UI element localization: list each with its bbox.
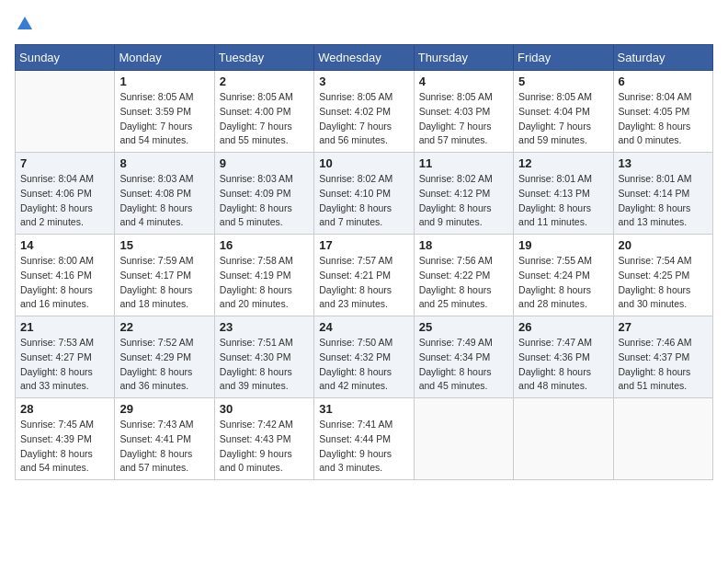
day-number: 8 <box>119 156 209 170</box>
header-wednesday: Wednesday <box>314 45 414 71</box>
calendar-week-5: 28Sunrise: 7:45 AM Sunset: 4:39 PM Dayli… <box>16 398 713 480</box>
calendar-cell: 21Sunrise: 7:53 AM Sunset: 4:27 PM Dayli… <box>16 316 115 398</box>
day-number: 20 <box>619 238 708 252</box>
calendar-table: SundayMondayTuesdayWednesdayThursdayFrid… <box>15 44 713 480</box>
day-info: Sunrise: 7:58 AM Sunset: 4:19 PM Dayligh… <box>220 254 309 312</box>
calendar-week-4: 21Sunrise: 7:53 AM Sunset: 4:27 PM Dayli… <box>16 316 713 398</box>
calendar-cell: 24Sunrise: 7:50 AM Sunset: 4:32 PM Dayli… <box>314 316 414 398</box>
day-info: Sunrise: 7:49 AM Sunset: 4:34 PM Dayligh… <box>419 336 508 394</box>
calendar-cell: 13Sunrise: 8:01 AM Sunset: 4:14 PM Dayli… <box>613 153 712 235</box>
calendar-cell <box>613 398 712 480</box>
calendar-cell: 16Sunrise: 7:58 AM Sunset: 4:19 PM Dayli… <box>214 235 313 316</box>
calendar-cell: 7Sunrise: 8:04 AM Sunset: 4:06 PM Daylig… <box>16 153 115 235</box>
day-number: 9 <box>220 156 309 170</box>
day-info: Sunrise: 7:46 AM Sunset: 4:37 PM Dayligh… <box>619 336 708 394</box>
day-number: 6 <box>619 75 708 88</box>
calendar-cell: 19Sunrise: 7:55 AM Sunset: 4:24 PM Dayli… <box>514 235 613 316</box>
day-number: 14 <box>20 238 109 252</box>
day-number: 24 <box>319 320 408 334</box>
calendar-cell <box>16 71 115 153</box>
day-number: 23 <box>220 320 309 334</box>
calendar-week-3: 14Sunrise: 8:00 AM Sunset: 4:16 PM Dayli… <box>16 235 713 316</box>
day-info: Sunrise: 8:05 AM Sunset: 3:59 PM Dayligh… <box>119 90 209 148</box>
day-number: 17 <box>319 238 408 252</box>
calendar-cell: 27Sunrise: 7:46 AM Sunset: 4:37 PM Dayli… <box>613 316 712 398</box>
day-info: Sunrise: 8:01 AM Sunset: 4:14 PM Dayligh… <box>619 172 708 230</box>
header-friday: Friday <box>514 45 613 71</box>
day-info: Sunrise: 8:05 AM Sunset: 4:00 PM Dayligh… <box>220 90 309 148</box>
day-info: Sunrise: 7:52 AM Sunset: 4:29 PM Dayligh… <box>119 336 209 394</box>
day-info: Sunrise: 7:59 AM Sunset: 4:17 PM Dayligh… <box>119 254 209 312</box>
calendar-header: SundayMondayTuesdayWednesdayThursdayFrid… <box>16 45 713 71</box>
day-info: Sunrise: 8:04 AM Sunset: 4:06 PM Dayligh… <box>20 172 109 230</box>
day-number: 4 <box>419 75 508 88</box>
day-number: 13 <box>619 156 708 170</box>
day-info: Sunrise: 8:02 AM Sunset: 4:12 PM Dayligh… <box>419 172 508 230</box>
svg-marker-0 <box>17 17 32 29</box>
day-info: Sunrise: 7:57 AM Sunset: 4:21 PM Dayligh… <box>319 254 408 312</box>
day-info: Sunrise: 7:45 AM Sunset: 4:39 PM Dayligh… <box>20 418 109 476</box>
day-info: Sunrise: 7:51 AM Sunset: 4:30 PM Dayligh… <box>220 336 309 394</box>
calendar-cell: 9Sunrise: 8:03 AM Sunset: 4:09 PM Daylig… <box>214 153 313 235</box>
day-number: 1 <box>119 75 209 88</box>
header-sunday: Sunday <box>16 45 115 71</box>
calendar-cell: 3Sunrise: 8:05 AM Sunset: 4:02 PM Daylig… <box>314 71 414 153</box>
calendar-cell: 20Sunrise: 7:54 AM Sunset: 4:25 PM Dayli… <box>613 235 712 316</box>
calendar-cell: 22Sunrise: 7:52 AM Sunset: 4:29 PM Dayli… <box>115 316 214 398</box>
calendar-cell: 14Sunrise: 8:00 AM Sunset: 4:16 PM Dayli… <box>16 235 115 316</box>
day-info: Sunrise: 8:05 AM Sunset: 4:02 PM Dayligh… <box>319 90 408 148</box>
day-info: Sunrise: 7:55 AM Sunset: 4:24 PM Dayligh… <box>518 254 608 312</box>
day-info: Sunrise: 8:00 AM Sunset: 4:16 PM Dayligh… <box>20 254 109 312</box>
day-info: Sunrise: 8:03 AM Sunset: 4:08 PM Dayligh… <box>119 172 209 230</box>
day-number: 11 <box>419 156 508 170</box>
calendar-cell: 11Sunrise: 8:02 AM Sunset: 4:12 PM Dayli… <box>414 153 513 235</box>
day-info: Sunrise: 7:56 AM Sunset: 4:22 PM Dayligh… <box>419 254 508 312</box>
calendar-cell: 6Sunrise: 8:04 AM Sunset: 4:05 PM Daylig… <box>613 71 712 153</box>
calendar-cell <box>514 398 613 480</box>
day-number: 26 <box>518 320 608 334</box>
day-number: 31 <box>319 402 408 416</box>
day-info: Sunrise: 8:05 AM Sunset: 4:04 PM Dayligh… <box>518 90 608 148</box>
day-info: Sunrise: 7:42 AM Sunset: 4:43 PM Dayligh… <box>220 418 309 476</box>
day-info: Sunrise: 7:50 AM Sunset: 4:32 PM Dayligh… <box>319 336 408 394</box>
day-info: Sunrise: 7:53 AM Sunset: 4:27 PM Dayligh… <box>20 336 109 394</box>
calendar-cell: 15Sunrise: 7:59 AM Sunset: 4:17 PM Dayli… <box>115 235 214 316</box>
day-info: Sunrise: 7:41 AM Sunset: 4:44 PM Dayligh… <box>319 418 408 476</box>
day-number: 25 <box>419 320 508 334</box>
day-number: 7 <box>20 156 109 170</box>
day-number: 16 <box>220 238 309 252</box>
day-number: 2 <box>220 75 309 88</box>
day-number: 27 <box>619 320 708 334</box>
calendar-week-2: 7Sunrise: 8:04 AM Sunset: 4:06 PM Daylig… <box>16 153 713 235</box>
page-header <box>15 15 713 33</box>
day-number: 22 <box>119 320 209 334</box>
day-number: 28 <box>20 402 109 416</box>
day-info: Sunrise: 7:43 AM Sunset: 4:41 PM Dayligh… <box>119 418 209 476</box>
calendar-cell: 18Sunrise: 7:56 AM Sunset: 4:22 PM Dayli… <box>414 235 513 316</box>
calendar-cell: 31Sunrise: 7:41 AM Sunset: 4:44 PM Dayli… <box>314 398 414 480</box>
calendar-cell: 17Sunrise: 7:57 AM Sunset: 4:21 PM Dayli… <box>314 235 414 316</box>
logo-icon <box>16 15 34 33</box>
calendar-cell: 1Sunrise: 8:05 AM Sunset: 3:59 PM Daylig… <box>115 71 214 153</box>
day-number: 3 <box>319 75 408 88</box>
day-number: 12 <box>518 156 608 170</box>
day-info: Sunrise: 8:01 AM Sunset: 4:13 PM Dayligh… <box>518 172 608 230</box>
calendar-cell: 10Sunrise: 8:02 AM Sunset: 4:10 PM Dayli… <box>314 153 414 235</box>
day-number: 19 <box>518 238 608 252</box>
logo <box>15 15 35 33</box>
day-number: 30 <box>220 402 309 416</box>
day-info: Sunrise: 7:47 AM Sunset: 4:36 PM Dayligh… <box>518 336 608 394</box>
day-number: 5 <box>518 75 608 88</box>
header-tuesday: Tuesday <box>214 45 313 71</box>
calendar-cell: 8Sunrise: 8:03 AM Sunset: 4:08 PM Daylig… <box>115 153 214 235</box>
calendar-cell: 30Sunrise: 7:42 AM Sunset: 4:43 PM Dayli… <box>214 398 313 480</box>
calendar-cell: 2Sunrise: 8:05 AM Sunset: 4:00 PM Daylig… <box>214 71 313 153</box>
calendar-week-1: 1Sunrise: 8:05 AM Sunset: 3:59 PM Daylig… <box>16 71 713 153</box>
calendar-cell: 25Sunrise: 7:49 AM Sunset: 4:34 PM Dayli… <box>414 316 513 398</box>
day-info: Sunrise: 8:04 AM Sunset: 4:05 PM Dayligh… <box>619 90 708 148</box>
calendar-cell: 28Sunrise: 7:45 AM Sunset: 4:39 PM Dayli… <box>16 398 115 480</box>
header-monday: Monday <box>115 45 214 71</box>
calendar-cell <box>414 398 513 480</box>
calendar-cell: 12Sunrise: 8:01 AM Sunset: 4:13 PM Dayli… <box>514 153 613 235</box>
day-number: 18 <box>419 238 508 252</box>
